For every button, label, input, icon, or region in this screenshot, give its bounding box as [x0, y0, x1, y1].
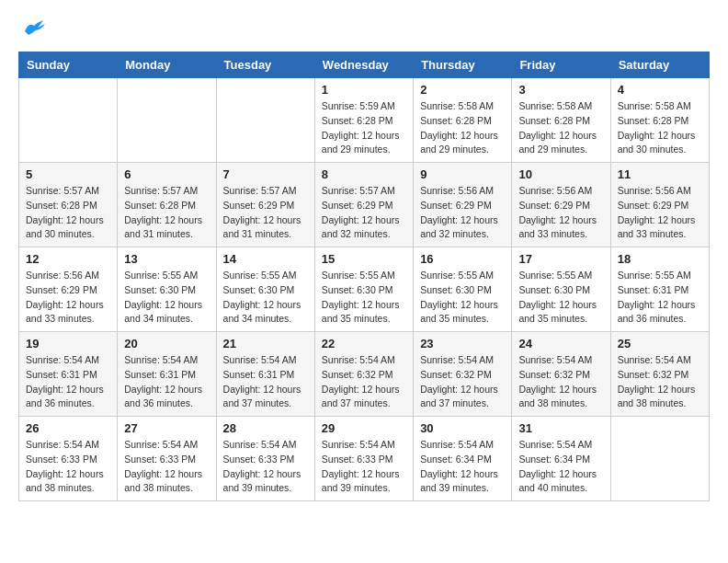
page-header [18, 18, 710, 37]
day-number: 25 [618, 337, 702, 350]
day-info: Sunrise: 5:56 AM Sunset: 6:29 PM Dayligh… [420, 184, 505, 242]
day-info: Sunrise: 5:54 AM Sunset: 6:32 PM Dayligh… [518, 353, 603, 411]
day-info: Sunrise: 5:54 AM Sunset: 6:34 PM Dayligh… [518, 438, 603, 496]
day-number: 1 [322, 83, 406, 97]
day-number: 12 [26, 252, 110, 266]
calendar-cell: 9Sunrise: 5:56 AM Sunset: 6:29 PM Daylig… [414, 163, 512, 247]
weekday-header-thursday: Thursday [414, 52, 512, 78]
day-info: Sunrise: 5:54 AM Sunset: 6:34 PM Dayligh… [420, 438, 505, 496]
weekday-header-saturday: Saturday [610, 52, 709, 78]
calendar-cell: 11Sunrise: 5:56 AM Sunset: 6:29 PM Dayli… [610, 163, 709, 247]
day-number: 3 [518, 83, 603, 97]
calendar-cell: 5Sunrise: 5:57 AM Sunset: 6:28 PM Daylig… [19, 163, 118, 247]
calendar-cell: 29Sunrise: 5:54 AM Sunset: 6:33 PM Dayli… [314, 417, 413, 501]
calendar-cell: 2Sunrise: 5:58 AM Sunset: 6:28 PM Daylig… [414, 78, 512, 163]
week-row-4: 19Sunrise: 5:54 AM Sunset: 6:31 PM Dayli… [19, 332, 710, 417]
calendar-cell: 12Sunrise: 5:56 AM Sunset: 6:29 PM Dayli… [19, 247, 118, 332]
day-number: 5 [26, 167, 110, 181]
calendar-cell [216, 78, 314, 163]
weekday-header-wednesday: Wednesday [314, 52, 413, 78]
day-number: 4 [618, 83, 702, 97]
calendar-cell [19, 78, 118, 163]
day-info: Sunrise: 5:57 AM Sunset: 6:28 PM Dayligh… [26, 184, 110, 242]
day-info: Sunrise: 5:56 AM Sunset: 6:29 PM Dayligh… [518, 184, 603, 242]
week-row-3: 12Sunrise: 5:56 AM Sunset: 6:29 PM Dayli… [19, 247, 710, 332]
calendar-cell: 21Sunrise: 5:54 AM Sunset: 6:31 PM Dayli… [216, 332, 314, 417]
day-number: 26 [26, 421, 110, 435]
day-number: 15 [322, 252, 406, 266]
calendar-cell: 17Sunrise: 5:55 AM Sunset: 6:30 PM Dayli… [512, 247, 610, 332]
calendar-table: SundayMondayTuesdayWednesdayThursdayFrid… [18, 52, 710, 501]
week-row-2: 5Sunrise: 5:57 AM Sunset: 6:28 PM Daylig… [19, 163, 710, 247]
weekday-header-monday: Monday [118, 52, 216, 78]
day-info: Sunrise: 5:58 AM Sunset: 6:28 PM Dayligh… [618, 99, 702, 157]
calendar-cell: 20Sunrise: 5:54 AM Sunset: 6:31 PM Dayli… [118, 332, 216, 417]
weekday-header-tuesday: Tuesday [216, 52, 314, 78]
calendar-cell: 23Sunrise: 5:54 AM Sunset: 6:32 PM Dayli… [414, 332, 512, 417]
day-info: Sunrise: 5:54 AM Sunset: 6:33 PM Dayligh… [26, 438, 110, 496]
calendar-cell: 16Sunrise: 5:55 AM Sunset: 6:30 PM Dayli… [414, 247, 512, 332]
day-info: Sunrise: 5:55 AM Sunset: 6:30 PM Dayligh… [223, 269, 308, 327]
calendar-cell: 22Sunrise: 5:54 AM Sunset: 6:32 PM Dayli… [314, 332, 413, 417]
day-number: 27 [124, 421, 209, 435]
day-number: 9 [420, 167, 505, 181]
day-info: Sunrise: 5:54 AM Sunset: 6:32 PM Dayligh… [322, 353, 406, 411]
day-info: Sunrise: 5:54 AM Sunset: 6:33 PM Dayligh… [322, 438, 406, 496]
day-number: 31 [518, 421, 603, 435]
day-info: Sunrise: 5:55 AM Sunset: 6:31 PM Dayligh… [618, 269, 702, 327]
day-info: Sunrise: 5:54 AM Sunset: 6:32 PM Dayligh… [420, 353, 505, 411]
day-number: 11 [618, 167, 702, 181]
logo-bird-icon [21, 18, 47, 37]
day-number: 19 [26, 337, 110, 350]
week-row-5: 26Sunrise: 5:54 AM Sunset: 6:33 PM Dayli… [19, 417, 710, 501]
calendar-cell: 10Sunrise: 5:56 AM Sunset: 6:29 PM Dayli… [512, 163, 610, 247]
calendar-cell: 8Sunrise: 5:57 AM Sunset: 6:29 PM Daylig… [314, 163, 413, 247]
day-number: 24 [518, 337, 603, 350]
day-info: Sunrise: 5:55 AM Sunset: 6:30 PM Dayligh… [518, 269, 603, 327]
day-info: Sunrise: 5:57 AM Sunset: 6:29 PM Dayligh… [322, 184, 406, 242]
day-info: Sunrise: 5:58 AM Sunset: 6:28 PM Dayligh… [420, 99, 505, 157]
day-number: 18 [618, 252, 702, 266]
calendar-cell: 25Sunrise: 5:54 AM Sunset: 6:32 PM Dayli… [610, 332, 709, 417]
day-info: Sunrise: 5:54 AM Sunset: 6:31 PM Dayligh… [26, 353, 110, 411]
day-info: Sunrise: 5:54 AM Sunset: 6:31 PM Dayligh… [124, 353, 209, 411]
day-info: Sunrise: 5:58 AM Sunset: 6:28 PM Dayligh… [518, 99, 603, 157]
calendar-cell [610, 417, 709, 501]
day-info: Sunrise: 5:54 AM Sunset: 6:31 PM Dayligh… [223, 353, 308, 411]
day-number: 7 [223, 167, 308, 181]
calendar-cell: 18Sunrise: 5:55 AM Sunset: 6:31 PM Dayli… [610, 247, 709, 332]
calendar-cell: 26Sunrise: 5:54 AM Sunset: 6:33 PM Dayli… [19, 417, 118, 501]
day-info: Sunrise: 5:55 AM Sunset: 6:30 PM Dayligh… [124, 269, 209, 327]
calendar-cell: 3Sunrise: 5:58 AM Sunset: 6:28 PM Daylig… [512, 78, 610, 163]
day-number: 10 [518, 167, 603, 181]
day-info: Sunrise: 5:57 AM Sunset: 6:29 PM Dayligh… [223, 184, 308, 242]
calendar-cell: 28Sunrise: 5:54 AM Sunset: 6:33 PM Dayli… [216, 417, 314, 501]
day-number: 13 [124, 252, 209, 266]
day-number: 8 [322, 167, 406, 181]
day-number: 22 [322, 337, 406, 350]
day-number: 17 [518, 252, 603, 266]
day-info: Sunrise: 5:56 AM Sunset: 6:29 PM Dayligh… [618, 184, 702, 242]
calendar-cell: 31Sunrise: 5:54 AM Sunset: 6:34 PM Dayli… [512, 417, 610, 501]
day-number: 28 [223, 421, 308, 435]
calendar-cell: 27Sunrise: 5:54 AM Sunset: 6:33 PM Dayli… [118, 417, 216, 501]
calendar-cell: 30Sunrise: 5:54 AM Sunset: 6:34 PM Dayli… [414, 417, 512, 501]
calendar-cell: 1Sunrise: 5:59 AM Sunset: 6:28 PM Daylig… [314, 78, 413, 163]
day-info: Sunrise: 5:54 AM Sunset: 6:32 PM Dayligh… [618, 353, 702, 411]
weekday-header-friday: Friday [512, 52, 610, 78]
day-number: 16 [420, 252, 505, 266]
day-info: Sunrise: 5:55 AM Sunset: 6:30 PM Dayligh… [322, 269, 406, 327]
day-info: Sunrise: 5:59 AM Sunset: 6:28 PM Dayligh… [322, 99, 406, 157]
day-info: Sunrise: 5:54 AM Sunset: 6:33 PM Dayligh… [223, 438, 308, 496]
calendar-cell: 19Sunrise: 5:54 AM Sunset: 6:31 PM Dayli… [19, 332, 118, 417]
day-number: 30 [420, 421, 505, 435]
day-info: Sunrise: 5:55 AM Sunset: 6:30 PM Dayligh… [420, 269, 505, 327]
weekday-header-sunday: Sunday [19, 52, 118, 78]
calendar-cell [118, 78, 216, 163]
calendar-cell: 24Sunrise: 5:54 AM Sunset: 6:32 PM Dayli… [512, 332, 610, 417]
day-number: 2 [420, 83, 505, 97]
day-number: 20 [124, 337, 209, 350]
day-number: 23 [420, 337, 505, 350]
day-number: 14 [223, 252, 308, 266]
day-info: Sunrise: 5:57 AM Sunset: 6:28 PM Dayligh… [124, 184, 209, 242]
